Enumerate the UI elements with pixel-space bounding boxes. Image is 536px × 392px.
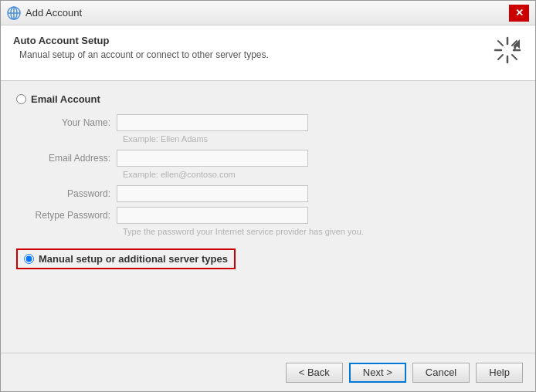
- svg-line-11: [498, 55, 503, 59]
- header-text: Auto Account Setup Manual setup of an ac…: [13, 35, 492, 60]
- password-label: Password:: [32, 188, 117, 199]
- email-address-input[interactable]: [117, 150, 308, 167]
- retype-password-row: Retype Password:: [32, 205, 520, 225]
- email-account-radio-label[interactable]: Email Account: [16, 93, 520, 105]
- title-bar: Add Account ✕: [1, 1, 535, 25]
- next-button[interactable]: Next >: [349, 363, 406, 383]
- svg-line-8: [498, 41, 503, 46]
- email-account-label: Email Account: [31, 93, 100, 105]
- header-icon: [492, 35, 523, 66]
- cancel-button[interactable]: Cancel: [412, 363, 470, 383]
- header-section: Auto Account Setup Manual setup of an ac…: [1, 25, 535, 81]
- email-account-fields: Your Name: Example: Ellen Adams Email Ad…: [32, 113, 520, 236]
- email-account-option: Email Account Your Name: Example: Ellen …: [16, 93, 520, 236]
- back-button[interactable]: < Back: [286, 363, 343, 383]
- add-account-window: Add Account ✕ Auto Account Setup Manual …: [0, 0, 536, 392]
- footer: < Back Next > Cancel Help: [1, 353, 535, 391]
- your-name-label: Your Name:: [32, 117, 117, 128]
- help-button[interactable]: Help: [476, 363, 523, 383]
- title-bar-left: Add Account: [7, 6, 82, 20]
- email-address-label: Email Address:: [32, 153, 117, 164]
- password-row: Password:: [32, 184, 520, 204]
- window-title: Add Account: [25, 7, 82, 19]
- your-name-example: Example: Ellen Adams: [123, 134, 520, 144]
- manual-setup-label: Manual setup or additional server types: [39, 253, 228, 265]
- main-section: Email Account Your Name: Example: Ellen …: [1, 81, 535, 353]
- password-input[interactable]: [117, 185, 308, 202]
- header-title: Auto Account Setup: [13, 35, 492, 46]
- retype-password-label: Retype Password:: [32, 210, 117, 221]
- your-name-row: Your Name:: [32, 113, 520, 133]
- manual-setup-radio[interactable]: [24, 254, 34, 264]
- svg-line-9: [512, 55, 517, 59]
- password-helper-text: Type the password your Internet service …: [123, 227, 520, 236]
- globe-icon: [7, 6, 21, 20]
- email-account-radio[interactable]: [16, 94, 26, 104]
- close-button[interactable]: ✕: [509, 5, 529, 22]
- manual-setup-option: Manual setup or additional server types: [16, 248, 520, 269]
- content-area: Auto Account Setup Manual setup of an ac…: [1, 25, 535, 391]
- header-subtitle: Manual setup of an account or connect to…: [19, 49, 492, 60]
- email-address-example: Example: ellen@contoso.com: [123, 170, 520, 179]
- your-name-input[interactable]: [117, 114, 308, 131]
- sparkle-icon: [494, 36, 521, 64]
- email-address-row: Email Address:: [32, 148, 520, 168]
- manual-setup-wrapper: Manual setup or additional server types: [16, 248, 236, 269]
- retype-password-input[interactable]: [117, 207, 308, 224]
